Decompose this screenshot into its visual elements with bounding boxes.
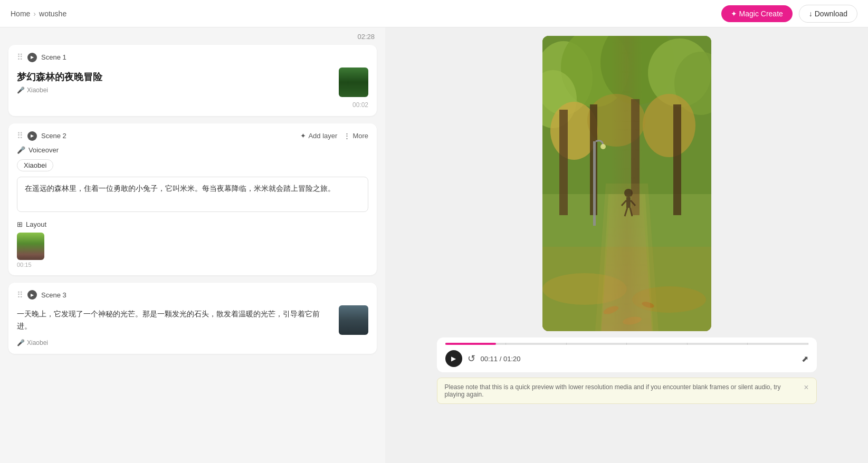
scene1-name: Scene 1 (41, 53, 66, 61)
time-separator: / (500, 355, 502, 363)
player-controls: ▶ ↺ 00:11 / 01:20 ⬈ (437, 337, 817, 372)
play-icon: ▶ (451, 355, 456, 362)
progress-ticks (445, 343, 808, 345)
play-button[interactable]: ▶ (445, 350, 462, 367)
progress-bar-fill (445, 343, 496, 345)
more-button[interactable]: ⋮ More (344, 132, 368, 140)
svg-point-28 (602, 304, 619, 316)
layout-thumbnail-container: 00:15 (17, 233, 368, 268)
notice-text: Please note that this is a quick preview… (445, 383, 799, 398)
download-button[interactable]: ↓ Download (799, 5, 857, 23)
scene1-narrator: 🎤 Xiaobei (17, 86, 339, 94)
header: Home › wotushe ✦ Magic Create ↓ Download (0, 0, 868, 27)
voiceover-row: 🎤 Voiceover (17, 146, 368, 154)
left-panel: 02:28 ⠿ ▶ Scene 1 梦幻森林的夜晚冒险 🎤 Xiaobei (0, 27, 385, 463)
scene1-card: ⠿ ▶ Scene 1 梦幻森林的夜晚冒险 🎤 Xiaobei (8, 45, 377, 116)
svg-point-30 (622, 315, 642, 326)
video-preview (542, 36, 711, 331)
add-layer-button[interactable]: ✦ Add layer (300, 132, 337, 140)
more-dots-icon: ⋮ (344, 132, 350, 140)
breadcrumb-current: wotushe (39, 9, 66, 18)
svg-point-19 (632, 286, 706, 313)
layout-grid-icon: ⊞ (17, 220, 23, 228)
scene2-text-input[interactable] (17, 177, 368, 212)
drag-handle-scene1[interactable]: ⠿ (17, 52, 23, 62)
video-svg (542, 36, 711, 331)
magic-create-button[interactable]: ✦ Magic Create (721, 5, 793, 22)
main-content: 02:28 ⠿ ▶ Scene 1 梦幻森林的夜晚冒险 🎤 Xiaobei (0, 27, 868, 463)
right-panel: ▶ ↺ 00:11 / 01:20 ⬈ Please note that thi… (385, 27, 868, 463)
scene1-header: ⠿ ▶ Scene 1 (17, 52, 368, 62)
scene3-title-row: ⠿ ▶ Scene 3 (17, 290, 66, 300)
scene1-thumb-image (339, 67, 368, 97)
progress-bar-container[interactable] (445, 343, 808, 345)
scene1-play-icon[interactable]: ▶ (27, 53, 37, 62)
layout-thumbnail[interactable] (17, 233, 44, 260)
voice-badge-button[interactable]: Xiaobei (17, 159, 53, 171)
scene1-content: 梦幻森林的夜晚冒险 🎤 Xiaobei (17, 67, 368, 97)
scene1-title-row: ⠿ ▶ Scene 1 (17, 52, 66, 62)
scene1-thumbnail[interactable] (339, 67, 368, 97)
share-icon: ⬈ (802, 354, 808, 363)
scene2-card: ⠿ ▶ Scene 2 ✦ Add layer ⋮ More (8, 123, 377, 275)
scene3-thumbnail[interactable] (339, 305, 368, 335)
breadcrumb: Home › wotushe (11, 9, 66, 18)
replay-icon: ↺ (468, 353, 475, 364)
drag-handle-scene2[interactable]: ⠿ (17, 131, 23, 141)
svg-rect-21 (626, 197, 631, 208)
svg-line-23 (631, 200, 635, 206)
timestamp-row-0: 02:28 (8, 33, 377, 41)
svg-point-20 (624, 189, 633, 197)
svg-rect-26 (593, 141, 596, 226)
scene2-play-icon[interactable]: ▶ (27, 131, 37, 141)
scene1-footer: 00:02 (17, 101, 368, 109)
scene3-content: 一天晚上，它发现了一个神秘的光芒。那是一颗发光的石头，散发着温暖的光芒，引导着它… (17, 305, 368, 335)
tick-2 (505, 343, 506, 345)
controls-row: ▶ ↺ 00:11 / 01:20 ⬈ (445, 350, 808, 367)
svg-line-22 (622, 200, 626, 206)
tick-3 (566, 343, 567, 345)
scene3-card: ⠿ ▶ Scene 3 一天晚上，它发现了一个神秘的光芒。那是一颗发光的石头，散… (8, 283, 377, 354)
svg-line-25 (630, 208, 632, 216)
more-label: More (352, 132, 368, 140)
scene1-narrator-name: Xiaobei (27, 86, 48, 94)
narrator-icon-1: 🎤 (17, 86, 25, 94)
scene3-narrator-name: Xiaobei (27, 339, 48, 346)
notice-bar: Please note that this is a quick preview… (437, 378, 817, 404)
layout-time: 00:15 (17, 262, 32, 268)
drag-handle-scene3[interactable]: ⠿ (17, 290, 23, 300)
breadcrumb-separator: › (33, 9, 36, 18)
tick-5 (687, 343, 688, 345)
scene1-timestamp: 00:02 (352, 101, 368, 109)
scene3-narrator: 🎤 Xiaobei (17, 339, 368, 346)
tick-7 (808, 343, 808, 345)
add-layer-icon: ✦ (300, 132, 306, 140)
timestamp-0: 02:28 (357, 33, 375, 41)
voice-badge-name: Xiaobei (24, 161, 46, 169)
breadcrumb-home[interactable]: Home (11, 9, 30, 18)
tick-6 (747, 343, 748, 345)
narrator-icon-3: 🎤 (17, 339, 25, 346)
layout-label-row: ⊞ Layout (17, 220, 368, 228)
scene2-title-row: ⠿ ▶ Scene 2 (17, 131, 66, 141)
layout-thumb-image (17, 233, 44, 260)
scene3-play-icon[interactable]: ▶ (27, 290, 37, 300)
scene2-header: ⠿ ▶ Scene 2 ✦ Add layer ⋮ More (17, 131, 368, 141)
video-image (542, 36, 711, 331)
scene2-name: Scene 2 (41, 132, 66, 140)
share-button[interactable]: ⬈ (802, 354, 808, 364)
add-layer-label: Add layer (308, 132, 337, 140)
layout-label-text: Layout (26, 220, 46, 228)
notice-close-button[interactable]: × (804, 383, 808, 392)
svg-point-18 (542, 273, 627, 305)
svg-rect-11 (559, 110, 568, 215)
layout-section: ⊞ Layout 00:15 (17, 220, 368, 268)
tick-4 (626, 343, 627, 345)
svg-marker-16 (600, 194, 653, 331)
time-total: 01:20 (503, 355, 521, 363)
svg-rect-14 (673, 104, 681, 215)
scene1-title: 梦幻森林的夜晚冒险 (17, 71, 339, 83)
scene3-thumb-image (339, 305, 368, 335)
replay-button[interactable]: ↺ (468, 353, 475, 364)
scene3-text: 一天晚上，它发现了一个神秘的光芒。那是一颗发光的石头，散发着温暖的光芒，引导着它… (17, 308, 339, 332)
